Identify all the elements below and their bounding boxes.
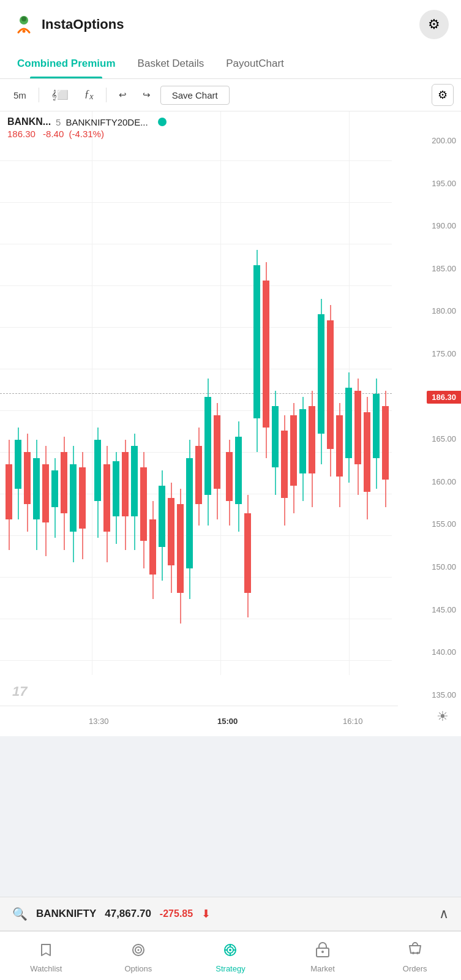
svg-rect-4 [6, 464, 12, 519]
market-label: Market [310, 964, 335, 973]
options-label: Options [124, 964, 152, 973]
header-settings-button[interactable]: ⚙ [419, 10, 449, 39]
search-icon: 🔍 [12, 907, 28, 921]
price-change: -8.40 [43, 129, 64, 139]
price-label-175: 175.00 [412, 349, 456, 358]
toolbar-divider-2 [106, 88, 107, 102]
strategy-label: Strategy [216, 964, 245, 973]
svg-rect-82 [373, 394, 380, 458]
svg-rect-46 [204, 397, 211, 495]
price-label-200: 200.00 [412, 136, 456, 145]
svg-point-92 [321, 951, 324, 953]
chart-container: BANKN... 5 BANKNIFTY20DE... 186.30 -8.40… [0, 111, 461, 736]
symbol-info: BANKN... 5 BANKNIFTY20DE... 186.30 -8.40… [7, 116, 167, 139]
svg-rect-14 [51, 470, 58, 507]
svg-rect-64 [290, 415, 297, 486]
logo-area: InstaOptions [12, 13, 124, 36]
chart-settings-button[interactable]: ⚙ [432, 84, 454, 106]
svg-rect-18 [70, 464, 77, 532]
svg-rect-40 [177, 504, 184, 593]
bottom-price: 47,867.70 [105, 908, 151, 920]
svg-rect-20 [79, 467, 86, 529]
candlestick-icon: 𝄞⬜ [51, 89, 69, 100]
time-label-1500: 15:00 [217, 717, 238, 726]
nav-strategy[interactable]: Strategy [184, 938, 277, 973]
price-label-180: 180.00 [412, 306, 456, 315]
svg-rect-70 [318, 314, 324, 434]
bottom-search-bar: 🔍 BANKNIFTY 47,867.70 -275.85 ⬇ ∧ [0, 897, 461, 931]
app-name: InstaOptions [42, 17, 124, 32]
svg-point-2 [23, 30, 26, 33]
svg-rect-62 [281, 431, 288, 498]
svg-rect-58 [263, 281, 269, 428]
svg-point-93 [412, 952, 414, 954]
bottom-ticker: BANKNIFTY [36, 908, 96, 920]
price-label-135: 135.00 [412, 690, 456, 699]
sun-icon: ☀ [437, 709, 449, 724]
symbol-price-row: 186.30 -8.40 (-4.31%) [7, 129, 167, 139]
svg-point-94 [416, 952, 419, 954]
time-label-1610: 16:10 [343, 717, 363, 726]
svg-rect-28 [122, 452, 129, 516]
save-chart-button[interactable]: Save Chart [160, 86, 230, 105]
fx-button[interactable]: ƒx [78, 84, 100, 105]
chart-series: BANKNIFTY20DE... [66, 117, 148, 127]
tab-combined-premium[interactable]: Combined Premium [6, 49, 127, 78]
tab-payout-chart[interactable]: PayoutChart [215, 49, 295, 78]
nav-orders[interactable]: Orders [369, 938, 461, 973]
fx-icon: ƒx [84, 88, 94, 99]
svg-rect-76 [345, 388, 352, 458]
svg-rect-26 [113, 461, 119, 516]
candlestick-type-button[interactable]: 𝄞⬜ [45, 86, 75, 104]
chart-toolbar: 5m 𝄞⬜ ƒx ↩ ↪ Save Chart ⚙ [0, 79, 461, 111]
bottom-nav: Watchlist Options Strategy [0, 931, 461, 980]
nav-market[interactable]: Market [277, 938, 369, 973]
svg-rect-34 [149, 519, 156, 575]
chart-gear-icon: ⚙ [438, 88, 448, 102]
market-icon [315, 942, 331, 962]
collapse-chevron-icon[interactable]: ∧ [439, 906, 449, 922]
timeframe-button[interactable]: 5m [7, 86, 32, 104]
svg-rect-60 [272, 406, 279, 467]
svg-rect-10 [33, 458, 40, 519]
svg-rect-22 [94, 440, 101, 501]
undo-button[interactable]: ↩ [113, 86, 133, 104]
tab-basket-details[interactable]: Basket Details [127, 49, 216, 78]
candlestick-chart[interactable] [0, 134, 398, 722]
svg-rect-8 [24, 452, 31, 504]
chart-interval: 5 [56, 117, 61, 127]
svg-rect-78 [354, 391, 361, 464]
price-label-165: 165.00 [412, 434, 456, 443]
nav-options[interactable]: Options [92, 938, 185, 973]
svg-rect-52 [235, 437, 242, 504]
svg-point-1 [21, 17, 26, 21]
options-icon [130, 942, 146, 962]
svg-rect-32 [140, 467, 147, 541]
svg-rect-12 [42, 464, 49, 522]
time-settings-button[interactable]: ☀ [432, 706, 454, 728]
symbol-name: BANKN... [7, 116, 51, 127]
undo-icon: ↩ [119, 89, 127, 100]
redo-button[interactable]: ↪ [137, 86, 157, 104]
redo-icon: ↪ [143, 89, 151, 100]
price-label-185: 185.00 [412, 264, 456, 273]
svg-rect-56 [253, 265, 260, 418]
toolbar-divider-1 [39, 88, 39, 102]
svg-rect-36 [159, 486, 165, 547]
svg-rect-6 [15, 440, 21, 489]
price-label-195: 195.00 [412, 179, 456, 188]
nav-watchlist[interactable]: Watchlist [0, 938, 92, 973]
header-gear-icon: ⚙ [428, 17, 440, 32]
svg-rect-74 [336, 415, 343, 477]
svg-rect-84 [382, 406, 389, 480]
svg-rect-42 [186, 458, 193, 568]
down-arrow-icon: ⬇ [201, 907, 211, 921]
orders-label: Orders [403, 964, 427, 973]
price-axis: 200.00 195.00 190.00 185.00 180.00 175.0… [412, 111, 461, 736]
time-axis: 13:30 15:00 16:10 [0, 706, 398, 736]
time-label-1330: 13:30 [89, 717, 109, 726]
price-label-160: 160.00 [412, 477, 456, 486]
svg-rect-48 [214, 415, 220, 489]
current-price-badge: 186.30 [427, 391, 461, 404]
svg-rect-30 [131, 446, 138, 516]
